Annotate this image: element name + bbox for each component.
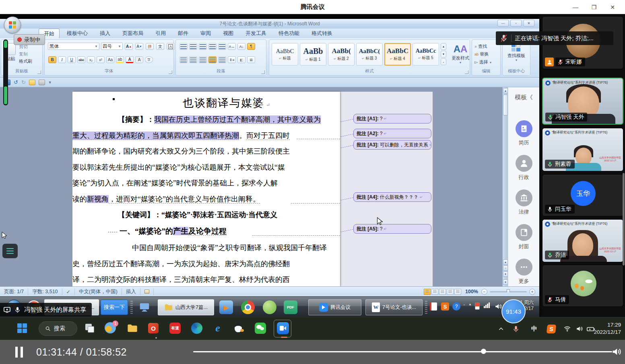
align-left-icon[interactable] xyxy=(179,56,188,63)
tab-mailings[interactable]: 邮件 xyxy=(173,29,193,38)
help-tray-icon[interactable]: ? xyxy=(452,302,460,311)
win11-start-button[interactable] xyxy=(15,321,29,335)
tray-notes-icon[interactable] xyxy=(430,302,437,311)
line-spacing-icon[interactable]: ⇕≡ xyxy=(228,56,236,63)
participant-tile-yanyuhua[interactable]: 玉华 闫玉华 xyxy=(542,174,623,216)
change-styles-button[interactable]: AA 更改样式 ▼ xyxy=(448,43,473,66)
browse-previous-icon[interactable]: ▲ xyxy=(503,259,508,265)
font-dialog-launcher[interactable] xyxy=(169,70,172,74)
comment-a2[interactable]: 批注 [A2]:? xyxy=(353,129,431,138)
multilevel-list-icon[interactable] xyxy=(199,43,207,50)
char-shading-button[interactable]: A xyxy=(135,56,143,63)
open-icon[interactable] xyxy=(29,80,35,85)
tray-volume-icon[interactable] xyxy=(494,302,502,311)
office-button[interactable] xyxy=(4,16,21,33)
player-volume-icon[interactable] xyxy=(611,346,622,359)
increase-indent-icon[interactable] xyxy=(218,43,226,50)
select-button[interactable]: ▻ 选择 ▼ xyxy=(474,58,492,66)
word-minimize-button[interactable]: — xyxy=(497,20,509,27)
underline-button[interactable]: U xyxy=(68,56,76,63)
text-highlight-button[interactable]: ab xyxy=(116,56,124,63)
template-resume[interactable]: 简历 xyxy=(508,120,539,146)
document-area[interactable]: 也谈翻译与媒婆 【摘要】：我国在历史上曾经历过五个翻译高潮，其中意义最为 重大、… xyxy=(0,87,539,286)
system-clock[interactable]: 17:29 2022/12/17 xyxy=(594,321,621,336)
borders-icon[interactable]: ⊞ xyxy=(247,56,255,63)
word-task-button[interactable]: W 7号论文-也谈... xyxy=(365,299,423,315)
tray-chevron[interactable] xyxy=(498,317,504,340)
insert-mode[interactable]: 插入 xyxy=(122,288,140,295)
style-heading5[interactable]: AaBbCc标题 5 xyxy=(413,43,439,66)
comment-a3[interactable]: 批注 [A3]:可以删除，无直接关系 xyxy=(353,140,431,150)
find-template-button[interactable]: 查找模板 ▼ xyxy=(503,43,530,62)
youdao-button[interactable]: 有道 xyxy=(168,321,182,335)
format-painter-button[interactable]: 格式刷 xyxy=(19,58,32,65)
superscript-button[interactable]: x² xyxy=(97,56,105,63)
grow-font-button[interactable]: A▲ xyxy=(125,43,133,50)
show-marks-button[interactable]: ¶ xyxy=(247,43,255,50)
office-button-taskbar[interactable]: O xyxy=(146,321,160,335)
strikethrough-button[interactable]: abc xyxy=(77,56,85,63)
tray-battery-icon[interactable] xyxy=(475,302,480,310)
zoom-slider-thumb[interactable] xyxy=(507,289,510,294)
sogou-tray-icon[interactable]: S xyxy=(547,317,556,340)
replace-button[interactable]: ab 替换 xyxy=(474,50,492,58)
tray-network-icon[interactable] xyxy=(484,302,490,308)
tray-expand-icon[interactable]: ⌄ xyxy=(463,302,466,306)
meeting-timer[interactable]: 91:43 xyxy=(501,299,526,323)
styles-dialog-launcher[interactable] xyxy=(465,70,468,74)
pdf-app-icon[interactable]: PDF xyxy=(283,299,299,315)
participant-tile-maqian[interactable]: 马倩 xyxy=(542,265,623,307)
template-law[interactable]: 法律 xyxy=(508,189,539,216)
tab-developer[interactable]: 开发工具 xyxy=(241,29,271,38)
character-border-button[interactable]: A xyxy=(167,43,175,50)
change-case-button[interactable]: Aa xyxy=(106,56,114,63)
style-heading2[interactable]: AaBb(标题 2 xyxy=(328,43,355,66)
spellcheck-icon[interactable]: ✓ xyxy=(62,288,75,295)
file-explorer-button[interactable] xyxy=(126,321,139,335)
customize-quickbar-icon[interactable]: ▼ xyxy=(48,80,52,84)
word-count[interactable]: 字数: 3,510 xyxy=(28,288,62,295)
participant-tile-jingsurong[interactable]: “翻译研究论坛”系列学术讲座 (TIP76) 山西大学外国语学院 2022.12… xyxy=(542,128,623,171)
styles-scroll-down[interactable]: ▼ xyxy=(441,51,446,58)
styles-scroll-up[interactable]: ▲ xyxy=(441,43,446,50)
wifi-icon[interactable] xyxy=(563,317,571,340)
undo-icon[interactable]: ↺ xyxy=(14,79,18,85)
fullscreen-view-icon[interactable] xyxy=(431,289,438,295)
scroll-up-icon[interactable]: ▲ xyxy=(503,88,508,93)
widgets-button[interactable]: 1 xyxy=(104,321,118,335)
tab-page-layout[interactable]: 页面布局 xyxy=(118,29,148,38)
document-page[interactable]: 也谈翻译与媒婆 【摘要】：我国在历史上曾经历过五个翻译高潮，其中意义最为 重大、… xyxy=(72,92,340,286)
comment-a5[interactable]: 批注 [A5]:? xyxy=(353,224,431,234)
style-heading3[interactable]: AaBbC(标题 3 xyxy=(356,43,383,66)
subscript-button[interactable]: x₂ xyxy=(87,56,95,63)
taskbar-search[interactable]: 搜索 xyxy=(39,321,77,336)
find-button[interactable]: ⌕ 查找 xyxy=(474,43,492,50)
char-case-button[interactable]: 文 xyxy=(156,43,164,50)
numbering-icon[interactable] xyxy=(189,43,197,50)
tab-insert[interactable]: 插入 xyxy=(95,29,115,38)
template-more[interactable]: 更多 xyxy=(508,259,539,285)
media-player-icon[interactable]: ▶ xyxy=(218,299,234,315)
font-name-combo[interactable]: 黑体▼ xyxy=(48,43,99,50)
comment-a4[interactable]: 批注 [A4]:什么新视角？？？ xyxy=(353,192,431,202)
select-browse-object-icon[interactable]: ○ xyxy=(503,265,508,271)
macro-record-icon[interactable] xyxy=(140,288,154,295)
zoom-in-icon[interactable]: + xyxy=(529,289,535,295)
align-right-icon[interactable] xyxy=(199,56,207,63)
bold-button[interactable]: B xyxy=(48,56,56,63)
sogou-tray-icon[interactable]: S xyxy=(441,302,449,311)
distribute-icon[interactable] xyxy=(218,56,226,63)
document-scrollbar[interactable]: ▲ ▲ ○ ▼ ▼ xyxy=(502,87,508,286)
enclose-char-button[interactable]: 字 xyxy=(145,56,153,63)
chrome-icon[interactable] xyxy=(240,299,256,315)
word-close-button[interactable]: ✕ xyxy=(523,20,534,27)
close-button[interactable]: ✕ xyxy=(603,0,622,14)
tab-special-features[interactable]: 特色功能 xyxy=(274,29,304,38)
style-title[interactable]: AaBbC标题 xyxy=(272,43,298,66)
template-cover[interactable]: 封面 xyxy=(508,224,539,250)
outline-view-icon[interactable] xyxy=(447,289,454,295)
folder-task-button[interactable]: 山西大学7篇... xyxy=(158,299,214,315)
draft-view-icon[interactable] xyxy=(454,289,461,295)
styles-gallery-expand[interactable]: ⌄ xyxy=(441,58,446,65)
pause-button[interactable] xyxy=(15,347,23,358)
